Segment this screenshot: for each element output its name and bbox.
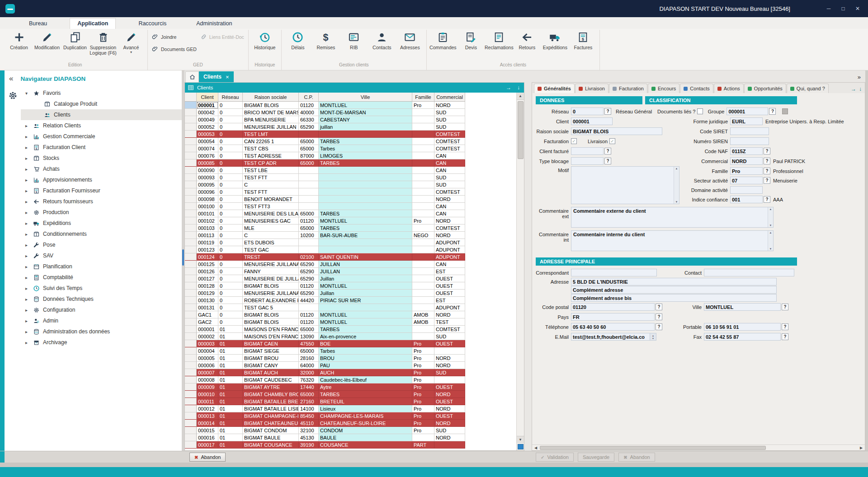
cell-commercial[interactable]: EST — [434, 268, 465, 275]
detail-tab-generalites[interactable]: Généralités — [534, 84, 575, 93]
cell-cp[interactable]: 01120 — [299, 311, 319, 318]
cell-reseau[interactable]: 0 — [218, 159, 243, 167]
cell-famille[interactable]: Pro — [412, 405, 434, 412]
cell-famille[interactable] — [412, 181, 434, 188]
cell-cp[interactable]: 87000 — [299, 152, 319, 159]
row-marker[interactable] — [185, 347, 197, 355]
cell-famille[interactable] — [412, 167, 434, 174]
ribbon-button-rib[interactable]: RIB — [340, 30, 368, 50]
cell-famille[interactable]: Pro — [412, 376, 434, 383]
table-row[interactable]: 0001290MENUISERIE JUILLANAIS65290Juillan… — [185, 290, 465, 297]
telephone-input[interactable] — [571, 323, 655, 331]
code-postal-help-button[interactable]: ? — [656, 304, 662, 310]
cell-raison[interactable]: BIGMAT BATAILLE LISIE — [243, 405, 299, 412]
cell-cp[interactable]: 66330 — [299, 116, 319, 123]
cell-commercial[interactable]: NORD — [434, 355, 465, 362]
cell-reseau[interactable]: 01 — [218, 362, 243, 369]
cell-ville[interactable]: TARBES — [319, 224, 412, 232]
cell-reseau[interactable]: 0 — [218, 109, 243, 116]
cell-commercial[interactable]: SUD — [434, 427, 465, 434]
sidebar-item-sav[interactable]: ▸SAV — [21, 250, 182, 261]
cell-commercial[interactable]: NORD — [434, 405, 465, 412]
cell-cp[interactable]: 65000 — [299, 224, 319, 232]
cell-client[interactable]: 000102 — [197, 217, 218, 224]
panel-pin-icon[interactable]: ↓ — [858, 86, 863, 93]
cell-reseau[interactable]: 01 — [218, 398, 243, 405]
cell-cp[interactable] — [299, 246, 319, 253]
cell-reseau[interactable]: 0 — [218, 217, 243, 224]
cell-raison[interactable]: BIGMAT CHATEAUNEUF — [243, 420, 299, 427]
row-marker[interactable] — [185, 318, 197, 326]
cell-commercial[interactable]: NORD — [434, 232, 465, 239]
cell-cp[interactable]: 02100 — [299, 253, 319, 261]
collapse-sidebar-button[interactable]: « — [9, 74, 13, 83]
cell-ville[interactable]: PIRIAC SUR MER — [319, 297, 412, 304]
cell-ville[interactable]: CHAMPAGNE-LES-MARAIS — [319, 412, 412, 420]
cell-commercial[interactable]: NORD — [434, 420, 465, 427]
cell-ville[interactable]: BROU — [319, 355, 412, 362]
cell-famille[interactable]: AMOB — [412, 318, 434, 326]
cell-client[interactable]: 000126 — [197, 268, 218, 275]
cell-ville[interactable]: BAULE — [319, 434, 412, 441]
sidebar-item-comptabilite[interactable]: ▸Comptabilité — [21, 272, 182, 283]
textarea-scrollbar[interactable]: ▲▼ — [674, 167, 679, 204]
cell-commercial[interactable]: ADUPONT — [434, 239, 465, 246]
cell-ville[interactable]: TARBES — [319, 210, 412, 217]
cell-raison[interactable]: TEST GAC 5 — [243, 304, 299, 311]
cell-client[interactable]: 000015 — [197, 427, 218, 434]
cell-raison[interactable]: BIGMAT SIEGE — [243, 347, 299, 355]
column-header-client[interactable]: Client — [197, 93, 218, 101]
textarea-scrollbar[interactable]: ▲▼ — [768, 207, 773, 227]
table-row[interactable]: 00000301BIGMAT CAEN47550BOEProOUEST — [185, 340, 465, 347]
row-marker[interactable] — [185, 412, 197, 420]
secteur-activite-help-button[interactable]: ? — [764, 177, 770, 184]
row-marker[interactable] — [185, 355, 197, 362]
cell-cp[interactable]: 45130 — [299, 434, 319, 441]
table-row[interactable]: 0001240TREST02100SAINT QUENTINADUPONT — [185, 253, 465, 261]
code-postal-input[interactable] — [571, 303, 655, 311]
cell-commercial[interactable] — [434, 376, 465, 383]
cell-famille[interactable] — [412, 290, 434, 297]
cell-client[interactable]: 000009 — [197, 383, 218, 391]
cell-famille[interactable]: Pro — [412, 412, 434, 420]
table-row[interactable]: 0000520MENUISERIE JUILLAN65290juillanSUD — [185, 123, 465, 131]
cell-cp[interactable] — [299, 304, 319, 311]
row-marker[interactable] — [185, 159, 197, 167]
cell-reseau[interactable]: 0 — [218, 138, 243, 145]
column-header-raison[interactable]: Raison sociale — [243, 93, 299, 101]
cell-famille[interactable] — [412, 152, 434, 159]
cell-ville[interactable]: Caudebec-lès-Elbeuf — [319, 376, 412, 383]
row-marker[interactable] — [185, 333, 197, 340]
cell-commercial[interactable]: SUD — [434, 116, 465, 123]
cell-client[interactable]: 000016 — [197, 434, 218, 441]
cell-client[interactable]: 000129 — [197, 290, 218, 297]
row-marker[interactable] — [185, 152, 197, 159]
ribbon-button-expeditions[interactable]: Expéditions — [541, 30, 569, 50]
cell-raison[interactable]: BIGMAT AUCH — [243, 369, 299, 376]
cell-raison[interactable]: TREST — [243, 253, 299, 261]
row-marker[interactable] — [185, 376, 197, 383]
domaine-activite-input[interactable] — [730, 186, 763, 194]
raison-sociale-input[interactable] — [571, 127, 662, 135]
cell-raison[interactable]: BIGMAT BLOIS — [243, 318, 299, 326]
close-tab-icon[interactable]: × — [226, 74, 229, 80]
livraison-checkbox[interactable]: ✓ — [609, 138, 615, 144]
ribbon-button-devis[interactable]: Devis — [457, 30, 485, 50]
cell-ville[interactable]: MONTLUEL — [319, 217, 412, 224]
cell-cp[interactable]: 65290 — [299, 268, 319, 275]
cell-famille[interactable]: AMOB — [412, 311, 434, 318]
reseau-input[interactable] — [571, 108, 604, 115]
cell-ville[interactable] — [319, 304, 412, 311]
cell-ville[interactable] — [319, 167, 412, 174]
cell-raison[interactable]: BIGMAT BAULE — [243, 434, 299, 441]
sidebar-item-achats[interactable]: ▸Achats — [21, 164, 182, 174]
ribbon-button-contacts[interactable]: Contacts — [368, 30, 396, 50]
cell-raison[interactable]: MLE — [243, 224, 299, 232]
table-row[interactable]: 00001301BIGMAT CHAMPAGNE-LE85450CHAMPAGN… — [185, 412, 465, 420]
cell-cp[interactable]: 65000 — [299, 145, 319, 152]
home-tab[interactable] — [185, 71, 199, 82]
table-row[interactable]: 00001401BIGMAT CHATEAUNEUF45110CHATEAUNE… — [185, 420, 465, 427]
cell-reseau[interactable]: 0 — [218, 123, 243, 131]
sidebar-item-production[interactable]: ▸Production — [21, 207, 182, 218]
cell-commercial[interactable]: COMTEST — [434, 326, 465, 333]
